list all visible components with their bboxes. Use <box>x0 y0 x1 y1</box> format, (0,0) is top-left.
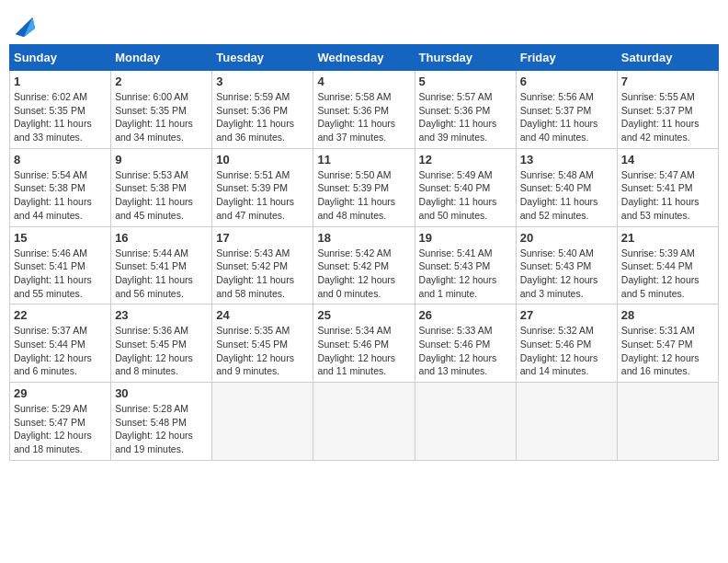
calendar-cell <box>415 383 516 461</box>
calendar-cell: 29Sunrise: 5:29 AM Sunset: 5:47 PM Dayli… <box>10 383 111 461</box>
logo-icon <box>11 13 37 39</box>
day-number: 22 <box>14 308 107 322</box>
weekday-header-saturday: Saturday <box>617 45 718 71</box>
calendar-cell: 16Sunrise: 5:44 AM Sunset: 5:41 PM Dayli… <box>111 226 212 304</box>
calendar-week-row: 15Sunrise: 5:46 AM Sunset: 5:41 PM Dayli… <box>10 226 719 304</box>
day-info: Sunrise: 5:37 AM Sunset: 5:44 PM Dayligh… <box>14 324 107 378</box>
day-number: 11 <box>317 153 410 167</box>
day-info: Sunrise: 5:51 AM Sunset: 5:39 PM Dayligh… <box>216 168 309 223</box>
calendar-cell: 27Sunrise: 5:32 AM Sunset: 5:46 PM Dayli… <box>516 304 617 383</box>
calendar-cell: 2Sunrise: 6:00 AM Sunset: 5:35 PM Daylig… <box>111 71 212 149</box>
day-info: Sunrise: 5:55 AM Sunset: 5:37 PM Dayligh… <box>621 90 714 144</box>
calendar-week-row: 1Sunrise: 6:02 AM Sunset: 5:35 PM Daylig… <box>10 71 719 149</box>
calendar-cell: 10Sunrise: 5:51 AM Sunset: 5:39 PM Dayli… <box>212 148 313 226</box>
calendar-cell: 7Sunrise: 5:55 AM Sunset: 5:37 PM Daylig… <box>617 71 718 149</box>
day-info: Sunrise: 5:42 AM Sunset: 5:42 PM Dayligh… <box>317 247 410 301</box>
calendar-cell: 6Sunrise: 5:56 AM Sunset: 5:37 PM Daylig… <box>516 71 617 149</box>
calendar-cell: 18Sunrise: 5:42 AM Sunset: 5:42 PM Dayli… <box>313 226 415 304</box>
day-number: 15 <box>14 231 107 245</box>
calendar-cell: 11Sunrise: 5:50 AM Sunset: 5:39 PM Dayli… <box>313 148 415 226</box>
day-info: Sunrise: 5:48 AM Sunset: 5:40 PM Dayligh… <box>520 168 613 223</box>
calendar-week-row: 8Sunrise: 5:54 AM Sunset: 5:38 PM Daylig… <box>10 148 719 226</box>
day-number: 1 <box>14 75 107 88</box>
day-number: 24 <box>216 308 309 322</box>
day-info: Sunrise: 5:31 AM Sunset: 5:47 PM Dayligh… <box>621 324 714 378</box>
day-number: 25 <box>317 308 410 322</box>
day-number: 5 <box>419 75 512 88</box>
day-info: Sunrise: 5:29 AM Sunset: 5:47 PM Dayligh… <box>14 402 107 456</box>
calendar-cell <box>617 383 718 461</box>
calendar-cell: 3Sunrise: 5:59 AM Sunset: 5:36 PM Daylig… <box>212 71 313 149</box>
calendar-cell: 26Sunrise: 5:33 AM Sunset: 5:46 PM Dayli… <box>415 304 516 383</box>
day-number: 8 <box>14 153 107 167</box>
day-number: 17 <box>216 231 309 245</box>
day-info: Sunrise: 5:58 AM Sunset: 5:36 PM Dayligh… <box>317 90 410 144</box>
day-number: 4 <box>317 75 410 88</box>
day-number: 12 <box>419 153 512 167</box>
day-number: 9 <box>115 153 208 167</box>
weekday-header-monday: Monday <box>111 45 212 71</box>
day-number: 29 <box>14 386 107 400</box>
day-number: 27 <box>520 308 613 322</box>
day-info: Sunrise: 5:50 AM Sunset: 5:39 PM Dayligh… <box>317 168 410 223</box>
calendar-cell: 23Sunrise: 5:36 AM Sunset: 5:45 PM Dayli… <box>111 304 212 383</box>
day-info: Sunrise: 5:36 AM Sunset: 5:45 PM Dayligh… <box>115 324 208 378</box>
weekday-header-tuesday: Tuesday <box>212 45 313 71</box>
day-info: Sunrise: 5:33 AM Sunset: 5:46 PM Dayligh… <box>419 324 512 378</box>
day-number: 23 <box>115 308 208 322</box>
day-info: Sunrise: 5:44 AM Sunset: 5:41 PM Dayligh… <box>115 247 208 301</box>
calendar-cell: 19Sunrise: 5:41 AM Sunset: 5:43 PM Dayli… <box>415 226 516 304</box>
day-number: 18 <box>317 231 410 245</box>
calendar-week-row: 22Sunrise: 5:37 AM Sunset: 5:44 PM Dayli… <box>10 304 719 383</box>
day-number: 6 <box>520 75 613 88</box>
weekday-header-thursday: Thursday <box>415 45 516 71</box>
day-info: Sunrise: 5:56 AM Sunset: 5:37 PM Dayligh… <box>520 90 613 144</box>
day-number: 2 <box>115 75 208 88</box>
day-info: Sunrise: 5:54 AM Sunset: 5:38 PM Dayligh… <box>14 168 107 223</box>
day-number: 30 <box>115 386 208 400</box>
calendar-cell: 9Sunrise: 5:53 AM Sunset: 5:38 PM Daylig… <box>111 148 212 226</box>
day-number: 19 <box>419 231 512 245</box>
day-info: Sunrise: 5:41 AM Sunset: 5:43 PM Dayligh… <box>419 247 512 301</box>
calendar-cell <box>516 383 617 461</box>
calendar-cell: 17Sunrise: 5:43 AM Sunset: 5:42 PM Dayli… <box>212 226 313 304</box>
calendar-cell: 8Sunrise: 5:54 AM Sunset: 5:38 PM Daylig… <box>10 148 111 226</box>
calendar-cell: 5Sunrise: 5:57 AM Sunset: 5:36 PM Daylig… <box>415 71 516 149</box>
day-info: Sunrise: 5:39 AM Sunset: 5:44 PM Dayligh… <box>621 247 714 301</box>
calendar-cell <box>313 383 415 461</box>
weekday-header-wednesday: Wednesday <box>313 45 415 71</box>
calendar-cell: 1Sunrise: 6:02 AM Sunset: 5:35 PM Daylig… <box>10 71 111 149</box>
calendar-cell: 24Sunrise: 5:35 AM Sunset: 5:45 PM Dayli… <box>212 304 313 383</box>
calendar-week-row: 29Sunrise: 5:29 AM Sunset: 5:47 PM Dayli… <box>10 383 719 461</box>
calendar-cell: 25Sunrise: 5:34 AM Sunset: 5:46 PM Dayli… <box>313 304 415 383</box>
day-info: Sunrise: 6:02 AM Sunset: 5:35 PM Dayligh… <box>14 90 107 144</box>
day-number: 13 <box>520 153 613 167</box>
calendar-table: SundayMondayTuesdayWednesdayThursdayFrid… <box>9 44 719 461</box>
day-number: 21 <box>621 231 714 245</box>
calendar-cell: 4Sunrise: 5:58 AM Sunset: 5:36 PM Daylig… <box>313 71 415 149</box>
day-number: 14 <box>621 153 714 167</box>
day-number: 20 <box>520 231 613 245</box>
calendar-cell: 30Sunrise: 5:28 AM Sunset: 5:48 PM Dayli… <box>111 383 212 461</box>
calendar-cell <box>212 383 313 461</box>
calendar-cell: 14Sunrise: 5:47 AM Sunset: 5:41 PM Dayli… <box>617 148 718 226</box>
calendar-cell: 20Sunrise: 5:40 AM Sunset: 5:43 PM Dayli… <box>516 226 617 304</box>
weekday-header-sunday: Sunday <box>10 45 111 71</box>
day-info: Sunrise: 6:00 AM Sunset: 5:35 PM Dayligh… <box>115 90 208 144</box>
calendar-cell: 22Sunrise: 5:37 AM Sunset: 5:44 PM Dayli… <box>10 304 111 383</box>
day-info: Sunrise: 5:53 AM Sunset: 5:38 PM Dayligh… <box>115 168 208 223</box>
day-info: Sunrise: 5:28 AM Sunset: 5:48 PM Dayligh… <box>115 402 208 456</box>
calendar-cell: 28Sunrise: 5:31 AM Sunset: 5:47 PM Dayli… <box>617 304 718 383</box>
page-header <box>9 9 719 39</box>
day-info: Sunrise: 5:35 AM Sunset: 5:45 PM Dayligh… <box>216 324 309 378</box>
day-info: Sunrise: 5:57 AM Sunset: 5:36 PM Dayligh… <box>419 90 512 144</box>
calendar-cell: 12Sunrise: 5:49 AM Sunset: 5:40 PM Dayli… <box>415 148 516 226</box>
day-info: Sunrise: 5:43 AM Sunset: 5:42 PM Dayligh… <box>216 247 309 301</box>
day-info: Sunrise: 5:46 AM Sunset: 5:41 PM Dayligh… <box>14 247 107 301</box>
day-info: Sunrise: 5:59 AM Sunset: 5:36 PM Dayligh… <box>216 90 309 144</box>
calendar-cell: 13Sunrise: 5:48 AM Sunset: 5:40 PM Dayli… <box>516 148 617 226</box>
day-number: 28 <box>621 308 714 322</box>
weekday-header-friday: Friday <box>516 45 617 71</box>
day-info: Sunrise: 5:49 AM Sunset: 5:40 PM Dayligh… <box>419 168 512 223</box>
day-number: 10 <box>216 153 309 167</box>
